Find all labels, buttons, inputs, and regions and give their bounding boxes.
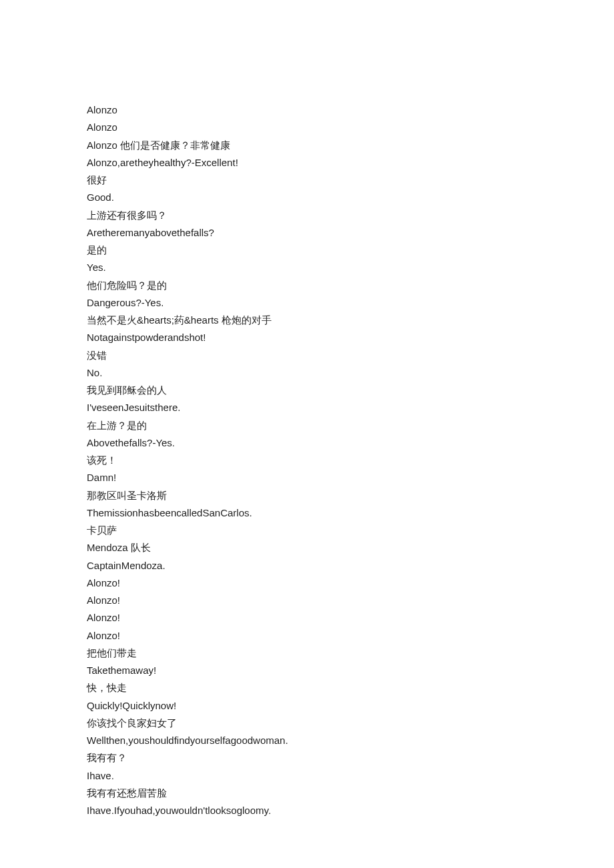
text-line: 快，快走 [87, 679, 527, 697]
text-line: Takethemaway! [87, 662, 527, 679]
text-line: I'veseenJesuitsthere. [87, 399, 527, 416]
text-line: 很好 [87, 171, 527, 189]
text-line: Aretheremanyabovethefalls? [87, 224, 527, 242]
text-line: 在上游？是的 [87, 417, 527, 434]
text-line: 该死！ [87, 452, 527, 469]
text-line: ThemissionhasbeencalledSanCarlos. [87, 504, 527, 522]
text-line: Alonzo,aretheyhealthy?-Excellent! [87, 154, 527, 171]
document-page: AlonzoAlonzoAlonzo 他们是否健康？非常健康Alonzo,are… [0, 0, 614, 868]
text-line: 我见到耶稣会的人 [87, 382, 527, 399]
text-line: 那教区叫圣卡洛斯 [87, 487, 527, 504]
text-line: 把他们带走 [87, 644, 527, 662]
text-line: Alonzo [87, 119, 527, 136]
text-line: Quickly!Quicklynow! [87, 697, 527, 715]
text-line: 没错 [87, 347, 527, 364]
text-line: 你该找个良家妇女了 [87, 715, 527, 732]
text-line: Damn! [87, 469, 527, 486]
text-line: 卡贝萨 [87, 522, 527, 539]
text-line: Alonzo! [87, 627, 527, 644]
text-line: 是的 [87, 242, 527, 259]
text-line: Abovethefalls?-Yes. [87, 434, 527, 452]
text-line: Yes. [87, 259, 527, 276]
text-line: 上游还有很多吗？ [87, 207, 527, 224]
text-line: 当然不是火&hearts;药&hearts 枪炮的对手 [87, 312, 527, 329]
text-line: 他们危险吗？是的 [87, 277, 527, 294]
text-line: Mendoza 队长 [87, 539, 527, 556]
text-line: Alonzo! [87, 609, 527, 626]
text-line: 我有有还愁眉苦脸 [87, 785, 527, 802]
text-line: Ihave. [87, 767, 527, 785]
text-line: No. [87, 364, 527, 382]
text-line: Good. [87, 189, 527, 206]
text-line: Alonzo! [87, 592, 527, 609]
text-line: Alonzo [87, 101, 527, 119]
text-line: 我有有？ [87, 749, 527, 767]
text-line: Notagainstpowderandshot! [87, 329, 527, 346]
text-line: Alonzo 他们是否健康？非常健康 [87, 137, 527, 154]
text-line: Wellthen,youshouldfindyourselfagoodwoman… [87, 732, 527, 749]
text-line: Ihave.Ifyouhad,youwouldn'tlooksogloomy. [87, 802, 527, 819]
text-line: Dangerous?-Yes. [87, 294, 527, 312]
text-line: Alonzo! [87, 574, 527, 592]
text-line: CaptainMendoza. [87, 557, 527, 574]
